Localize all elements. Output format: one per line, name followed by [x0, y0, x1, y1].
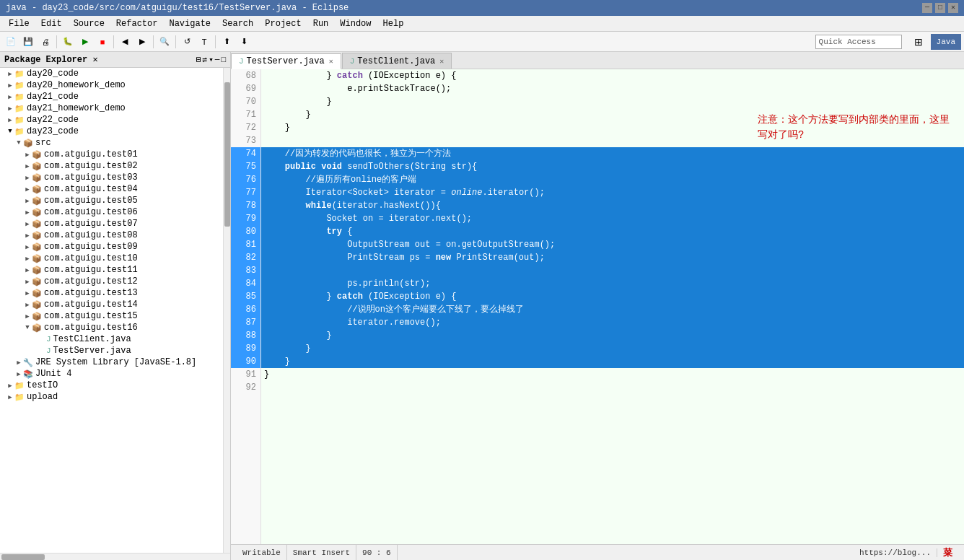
tree-item-src[interactable]: ▼ 📦 src	[0, 137, 223, 149]
pe-link-btn[interactable]: ⇌	[203, 55, 208, 64]
tree-item-testio[interactable]: ▶ 📁 testIO	[0, 380, 223, 391]
tab-icon-testserver: J	[239, 57, 244, 66]
tree-item-day23_code[interactable]: ▼ 📁 day23_code	[0, 126, 223, 137]
line-82: 82	[231, 251, 260, 264]
tree-item-test01[interactable]: ▶ 📦 com.atguigu.test01	[0, 149, 223, 160]
tree-item-test04[interactable]: ▶ 📦 com.atguigu.test04	[0, 183, 223, 195]
code-line-81: OutputStream out = on.getOutputStream();	[261, 238, 964, 251]
print-button[interactable]: 🖨	[38, 34, 53, 50]
save-button[interactable]: 💾	[20, 34, 36, 50]
tree-item-test14[interactable]: ▶ 📦 com.atguigu.test14	[0, 299, 223, 310]
code-editor[interactable]: } catch (IOException e) { e.printStackTr…	[261, 69, 964, 544]
tree-item-day21_homework_demo[interactable]: ▶ 📁 day21_homework_demo	[0, 102, 223, 114]
menu-file[interactable]: File	[3, 17, 35, 30]
menu-run[interactable]: Run	[307, 17, 335, 30]
tree-item-test10[interactable]: ▶ 📦 com.atguigu.test10	[0, 253, 223, 264]
menu-source[interactable]: Source	[68, 17, 110, 30]
pe-hscroll[interactable]	[0, 553, 230, 560]
maximize-button[interactable]: □	[935, 3, 945, 13]
toolbar-sep4	[175, 35, 176, 48]
open-perspective-button[interactable]: ⊞	[911, 34, 926, 50]
tab-testserver[interactable]: J TestServer.java ✕	[231, 53, 341, 69]
open-type-button[interactable]: T	[196, 34, 212, 50]
pe-scrollbar[interactable]	[223, 68, 230, 553]
tree-item-upload[interactable]: ▶ 📁 upload	[0, 391, 223, 403]
menu-refactor[interactable]: Refactor	[110, 17, 164, 30]
tree-item-test16[interactable]: ▼ 📦 com.atguigu.test16	[0, 322, 223, 333]
tree-item-day20_homework_demo[interactable]: ▶ 📁 day20_homework_demo	[0, 79, 223, 91]
menu-navigate[interactable]: Navigate	[163, 17, 216, 30]
status-url: https://blog...	[854, 548, 937, 557]
code-line-90: }	[261, 355, 964, 368]
status-position: 90 : 6	[356, 545, 398, 560]
refresh-button[interactable]: ↺	[179, 34, 195, 50]
titlebar: java - day23_code/src/com/atguigu/test16…	[0, 0, 964, 16]
new-button[interactable]: 📄	[3, 34, 19, 50]
pe-minimize-btn[interactable]: ─	[215, 56, 220, 64]
minimize-button[interactable]: ─	[922, 3, 932, 13]
code-line-88: }	[261, 329, 964, 342]
tab-close-testclient[interactable]: ✕	[439, 57, 444, 66]
tree-item-test08[interactable]: ▶ 📦 com.atguigu.test08	[0, 229, 223, 241]
debug-button[interactable]: 🐛	[60, 34, 76, 50]
code-line-80: try {	[261, 225, 964, 238]
tree-item-test05[interactable]: ▶ 📦 com.atguigu.test05	[0, 195, 223, 206]
tree-item-test06[interactable]: ▶ 📦 com.atguigu.test06	[0, 206, 223, 218]
java-perspective-label[interactable]: Java	[931, 34, 961, 50]
tree-item-jre[interactable]: ▶ 🔧 JRE System Library [JavaSE-1.8]	[0, 356, 223, 368]
tree-item-TestClient[interactable]: J TestClient.java	[0, 333, 223, 345]
line-85: 85	[231, 290, 260, 303]
menu-edit[interactable]: Edit	[35, 17, 68, 30]
tree-item-test12[interactable]: ▶ 📦 com.atguigu.test12	[0, 276, 223, 287]
close-button[interactable]: ✕	[948, 3, 958, 13]
code-line-91: }	[261, 368, 964, 381]
code-line-86: //说明on这个客户端要么下线了，要么掉线了	[261, 303, 964, 316]
tree-item-day22_code[interactable]: ▶ 📁 day22_code	[0, 114, 223, 126]
tree-item-test09[interactable]: ▶ 📦 com.atguigu.test09	[0, 241, 223, 253]
tab-testclient[interactable]: J TestClient.java ✕	[342, 53, 452, 69]
tree-item-test11[interactable]: ▶ 📦 com.atguigu.test11	[0, 264, 223, 276]
line-71: 71	[231, 108, 260, 121]
pe-header: Package Explorer ✕ ⊟ ⇌ ▾ ─ □	[0, 52, 230, 68]
pe-maximize-btn[interactable]: □	[221, 56, 226, 64]
menu-project[interactable]: Project	[259, 17, 307, 30]
pe-view-menu-btn[interactable]: ▾	[209, 55, 214, 64]
code-container: 68 69 70 71 72 73 74 75 76 77 78 79 80 8…	[231, 69, 964, 544]
stop-button[interactable]: ■	[95, 34, 110, 50]
menu-window[interactable]: Window	[334, 17, 377, 30]
code-line-70: }	[261, 95, 964, 108]
tree-item-test03[interactable]: ▶ 📦 com.atguigu.test03	[0, 172, 223, 183]
line-76: 76	[231, 173, 260, 186]
pe-hscroll-thumb[interactable]	[1, 554, 45, 560]
line-78: 78	[231, 199, 260, 212]
tree-item-day21_code[interactable]: ▶ 📁 day21_code	[0, 91, 223, 102]
titlebar-title: java - day23_code/src/com/atguigu/test16…	[6, 3, 349, 13]
tree-item-TestServer[interactable]: J TestServer.java	[0, 345, 223, 356]
tree-item-test15[interactable]: ▶ 📦 com.atguigu.test15	[0, 310, 223, 322]
tree-item-test13[interactable]: ▶ 📦 com.atguigu.test13	[0, 287, 223, 299]
code-line-68: } catch (IOException e) {	[261, 69, 964, 82]
menu-help[interactable]: Help	[377, 17, 410, 30]
code-line-89: }	[261, 342, 964, 355]
tab-close-testserver[interactable]: ✕	[329, 57, 333, 66]
pe-collapse-btn[interactable]: ⊟	[196, 55, 201, 64]
quick-access-box[interactable]: Quick Access	[815, 35, 902, 49]
pe-tree: ▶ 📁 day20_code ▶ 📁 day20_homework_demo ▶…	[0, 68, 223, 553]
tree-item-test02[interactable]: ▶ 📦 com.atguigu.test02	[0, 160, 223, 172]
tree-item-junit[interactable]: ▶ 📚 JUnit 4	[0, 368, 223, 380]
menu-search[interactable]: Search	[216, 17, 259, 30]
titlebar-controls[interactable]: ─ □ ✕	[922, 3, 958, 13]
status-icons: 菜	[937, 546, 958, 559]
next-annotation-button[interactable]: ⬇	[236, 34, 252, 50]
tree-item-day20_code[interactable]: ▶ 📁 day20_code	[0, 68, 223, 79]
line-73: 73	[231, 134, 260, 147]
pe-vscroll-thumb[interactable]	[224, 82, 230, 227]
code-line-73	[261, 134, 964, 147]
tree-item-test07[interactable]: ▶ 📦 com.atguigu.test07	[0, 218, 223, 229]
search-button[interactable]: 🔍	[157, 34, 172, 50]
code-line-83	[261, 264, 964, 277]
prev-annotation-button[interactable]: ⬆	[219, 34, 235, 50]
run-button[interactable]: ▶	[77, 34, 93, 50]
back-button[interactable]: ◀	[117, 34, 133, 50]
forward-button[interactable]: ▶	[134, 34, 150, 50]
